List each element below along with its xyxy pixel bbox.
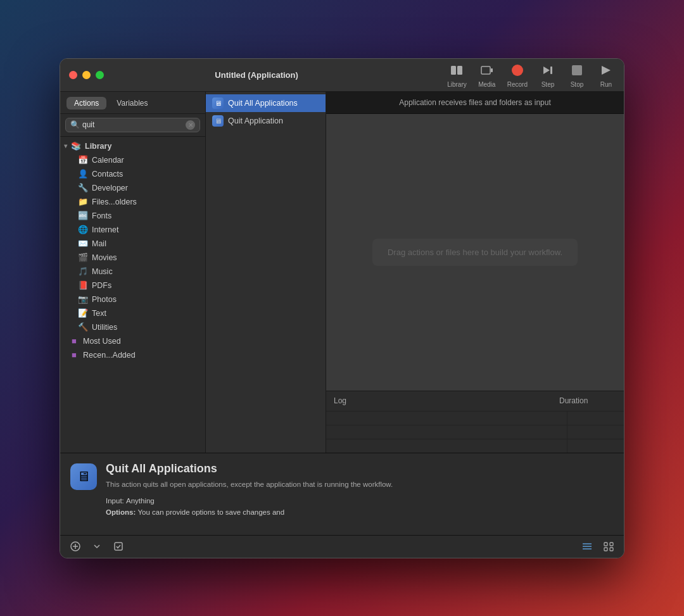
log-row-left [326, 412, 567, 425]
result-quit-all[interactable]: 🖥 Quit All Applications [206, 94, 326, 112]
library-icon [448, 61, 466, 79]
sidebar-item-photos[interactable]: 📷 Photos [60, 292, 205, 306]
pdfs-icon: 📕 [78, 280, 88, 291]
media-label: Media [478, 81, 495, 88]
step-button[interactable]: Step [539, 61, 557, 88]
sidebar-item-calendar[interactable]: 📅 Calendar [60, 153, 205, 167]
library-icon: 📚 [71, 141, 81, 151]
action-icon-large: 🖥 [70, 463, 97, 490]
sidebar-item-label: Mail [92, 239, 106, 248]
chevron-down-icon: ▾ [64, 142, 67, 149]
sidebar-item-files-folders[interactable]: 📁 Files...olders [60, 195, 205, 209]
log-row-2 [326, 425, 624, 439]
sidebar-item-fonts[interactable]: 🔤 Fonts [60, 209, 205, 223]
sidebar-item-label: Utilities [92, 323, 117, 332]
sidebar-item-label: Calendar [92, 156, 124, 165]
add-button[interactable] [66, 539, 84, 553]
svg-rect-15 [610, 543, 613, 546]
fonts-icon: 🔤 [78, 211, 88, 221]
input-value: Anything [126, 497, 155, 505]
library-button[interactable]: Library [447, 61, 467, 88]
action-info: Quit All Applications This action quits … [106, 462, 614, 519]
sidebar-item-label: Developer [92, 184, 128, 192]
record-label: Record [507, 81, 528, 88]
svg-rect-2 [481, 66, 490, 74]
action-title: Quit All Applications [106, 462, 614, 475]
svg-rect-16 [604, 548, 607, 551]
text-icon: 📝 [78, 308, 88, 318]
step-icon [539, 61, 557, 79]
sidebar-item-label: Internet [92, 225, 118, 234]
results-panel: 🖥 Quit All Applications 🖥 Quit Applicati… [206, 92, 326, 453]
sidebar-item-recently-added[interactable]: ■ Recen...Added [60, 348, 205, 362]
sidebar-item-label: PDFs [92, 281, 111, 290]
most-used-icon: ■ [69, 336, 79, 346]
sidebar-item-pdfs[interactable]: 📕 PDFs [60, 279, 205, 292]
sidebar-item-label: Music [92, 267, 113, 276]
workflow-canvas[interactable]: Drag actions or files here to build your… [326, 114, 624, 391]
window-title: Untitled (Application) [66, 70, 447, 80]
step-label: Step [542, 81, 555, 88]
result-quit-app[interactable]: 🖥 Quit Application [206, 112, 326, 130]
sidebar-item-movies[interactable]: 🎬 Movies [60, 251, 205, 265]
sidebar-item-label: Most Used [83, 337, 121, 346]
duration-label: Duration [559, 396, 616, 405]
icon-view-button[interactable] [600, 539, 618, 553]
search-input[interactable] [82, 120, 186, 129]
titlebar: Untitled (Application) Library [60, 59, 624, 92]
log-row-right [567, 425, 624, 439]
workflow-header: Application receives files and folders a… [326, 92, 624, 114]
mail-icon: ✉️ [78, 239, 88, 249]
stop-label: Stop [571, 81, 584, 88]
run-button[interactable]: Run [597, 61, 615, 88]
sidebar-item-most-used[interactable]: ■ Most Used [60, 334, 205, 348]
sidebar: Actions Variables 🔍 ✕ ▾ 📚 Library 📅 [60, 92, 206, 453]
sidebar-item-developer[interactable]: 🔧 Developer [60, 181, 205, 195]
svg-marker-4 [543, 66, 550, 74]
drag-hint: Drag actions or files here to build your… [372, 239, 578, 266]
sidebar-item-label: Contacts [92, 170, 123, 179]
run-label: Run [600, 81, 612, 88]
sidebar-item-contacts[interactable]: 👤 Contacts [60, 167, 205, 181]
search-bar: 🔍 ✕ [60, 114, 205, 137]
clear-search-button[interactable]: ✕ [186, 120, 195, 130]
sidebar-item-library[interactable]: ▾ 📚 Library [60, 139, 205, 153]
quit-all-icon: 🖥 [212, 97, 224, 109]
result-label: Quit All Applications [228, 99, 298, 108]
search-icon: 🔍 [70, 120, 80, 129]
checkbox-btn[interactable] [110, 539, 127, 553]
sidebar-item-label: Movies [92, 253, 117, 262]
action-icon-symbol: 🖥 [77, 468, 91, 485]
tab-variables[interactable]: Variables [109, 97, 155, 110]
music-icon: 🎵 [78, 267, 88, 277]
options-value: You can provide options to save changes … [137, 508, 284, 516]
record-button[interactable]: Record [507, 61, 528, 88]
stop-icon [568, 61, 586, 79]
recently-added-icon: ■ [69, 350, 79, 360]
svg-rect-3 [491, 68, 493, 72]
sidebar-library-label: Library [85, 142, 111, 151]
media-button[interactable]: Media [478, 61, 496, 88]
action-description: This action quits all open applications,… [106, 479, 614, 490]
log-rows [326, 411, 624, 453]
sidebar-item-music[interactable]: 🎵 Music [60, 265, 205, 279]
sidebar-item-text[interactable]: 📝 Text [60, 306, 205, 320]
svg-rect-1 [457, 66, 462, 75]
bottom-toolbar [60, 535, 624, 558]
tab-actions[interactable]: Actions [66, 97, 106, 110]
internet-icon: 🌐 [78, 225, 88, 235]
chevron-down-btn[interactable] [88, 539, 106, 553]
sidebar-item-internet[interactable]: 🌐 Internet [60, 223, 205, 237]
sidebar-item-utilities[interactable]: 🔨 Utilities [60, 320, 205, 334]
svg-rect-17 [610, 548, 613, 551]
sidebar-item-mail[interactable]: ✉️ Mail [60, 237, 205, 251]
log-row-3 [326, 439, 624, 453]
log-row-left [326, 425, 567, 439]
stop-button[interactable]: Stop [568, 61, 586, 88]
sidebar-tabs: Actions Variables [60, 92, 205, 114]
sidebar-item-label: Recen...Added [83, 351, 136, 360]
main-content: Actions Variables 🔍 ✕ ▾ 📚 Library 📅 [60, 92, 624, 453]
photos-icon: 📷 [78, 294, 88, 305]
workflow-area: Application receives files and folders a… [326, 92, 624, 453]
list-view-button[interactable] [578, 539, 596, 553]
